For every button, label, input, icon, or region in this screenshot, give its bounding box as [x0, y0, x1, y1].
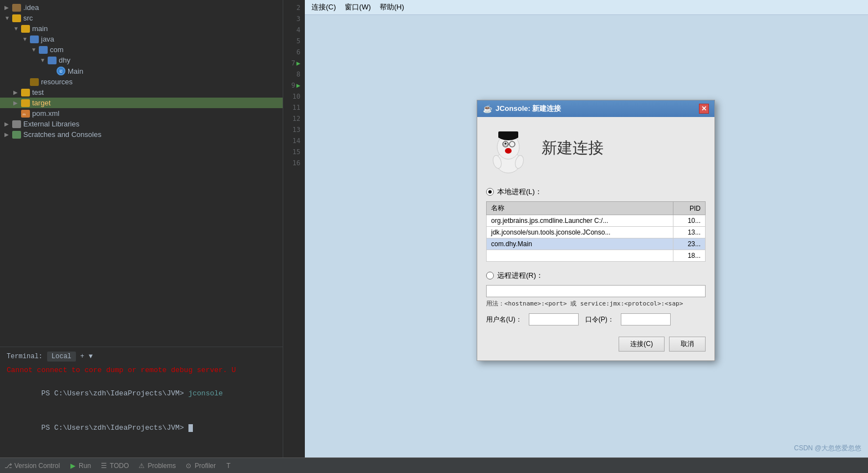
jconsole-dialog: ☕ JConsole: 新建连接 ✕ [477, 100, 715, 361]
cancel-button[interactable]: 取消 [669, 337, 706, 352]
tree-label-idea: .idea [23, 3, 39, 12]
line-5: 5 [283, 35, 300, 47]
terminal-icon: T [224, 462, 232, 470]
status-version-control[interactable]: ⎇ Version Control [4, 462, 60, 470]
arrow-resources [22, 79, 30, 85]
terminal-header: Terminal: Local + ▼ [7, 352, 276, 362]
status-bar: ⎇ Version Control ▶ Run ☰ TODO ⚠ Problem… [0, 457, 868, 473]
line-7: 7▶ [283, 58, 300, 69]
todo-icon: ☰ [100, 462, 108, 470]
menu-connect[interactable]: 连接(C) [312, 2, 336, 12]
table-row-2[interactable]: com.dhy.Main 23... [487, 238, 706, 250]
remote-process-radio[interactable] [486, 272, 494, 279]
connect-button[interactable]: 连接(C) [619, 337, 665, 352]
line-4: 4 [283, 24, 300, 35]
lib-icon-scratches [12, 131, 21, 139]
dialog-title-icon: ☕ [483, 104, 492, 113]
remote-process-radio-label[interactable]: 远程进程(R)： [486, 271, 706, 281]
folder-icon-idea [12, 4, 21, 12]
line-14: 14 [283, 135, 300, 146]
line-8: 8 [283, 69, 300, 80]
arrow-com: ▼ [31, 47, 39, 53]
jconsole-menubar: 连接(C) 窗口(W) 帮助(H) [305, 0, 868, 15]
local-process-radio[interactable] [486, 188, 494, 196]
col-name: 名称 [487, 202, 673, 215]
tree-item-test[interactable]: ▶ test [0, 87, 283, 98]
arrow-extlibs: ▶ [4, 121, 12, 127]
table-row-0[interactable]: org.jetbrains.jps.cmdline.Launcher C:/..… [487, 215, 706, 227]
tree-label-java: java [41, 35, 54, 43]
remote-process-section: 远程进程(R)： 用法：<hostname>:<port> 或 service:… [486, 271, 706, 325]
line-12: 12 [283, 113, 300, 124]
tree-label-com: com [50, 45, 64, 54]
dialog-close-button[interactable]: ✕ [699, 104, 709, 114]
status-vc-label: Version Control [14, 462, 60, 470]
table-row-1[interactable]: jdk.jconsole/sun.tools.jconsole.JConso..… [487, 227, 706, 238]
terminal-add-btn[interactable]: + [80, 353, 84, 360]
terminal-chevron-btn[interactable]: ▼ [89, 353, 93, 360]
row1-name: jdk.jconsole/sun.tools.jconsole.JConso..… [487, 227, 673, 238]
status-profiler-label: Profiler [195, 462, 216, 470]
arrow-java: ▼ [22, 36, 30, 42]
tree-item-java[interactable]: ▼ java [0, 34, 283, 44]
remote-process-input[interactable] [486, 285, 706, 297]
row1-pid: 13... [673, 227, 705, 238]
tree-label-Main: Main [68, 67, 83, 75]
line-15: 15 [283, 146, 300, 157]
tree-item-scratches[interactable]: ▶ Scratches and Consoles [0, 129, 283, 140]
terminal-line-1: Cannot connect to core dump or remote de… [7, 365, 276, 377]
tree-item-resources[interactable]: resources [0, 77, 283, 87]
local-process-label: 本地进程(L)： [497, 187, 542, 197]
terminal-prompt-2: PS C:\Users\zdh\IdeaProjects\JVM> [41, 389, 188, 398]
tree-item-main[interactable]: ▼ main [0, 23, 283, 34]
folder-icon-java [30, 35, 39, 43]
row2-pid: 23... [673, 238, 705, 250]
arrow-main: ▼ [13, 26, 21, 32]
status-problems-label: Problems [148, 462, 176, 470]
tree-item-dhy[interactable]: ▼ dhy [0, 55, 283, 65]
local-process-section: 本地进程(L)： 名称 PID org.jetbrains.jps. [486, 187, 706, 262]
tree-label-dhy: dhy [59, 56, 70, 64]
dialog-title-left: ☕ JConsole: 新建连接 [483, 104, 561, 114]
row2-name: com.dhy.Main [487, 238, 673, 250]
status-terminal[interactable]: T [224, 462, 232, 470]
status-run[interactable]: ▶ Run [69, 462, 91, 470]
tree-item-Main[interactable]: c Main [0, 65, 283, 77]
status-run-label: Run [79, 462, 91, 470]
menu-window[interactable]: 窗口(W) [345, 2, 371, 12]
username-input[interactable] [529, 313, 579, 325]
folder-icon-target [21, 99, 30, 107]
tree-item-target[interactable]: ▶ target [0, 98, 283, 108]
tree-item-idea[interactable]: ▶ .idea [0, 2, 283, 13]
tree-item-com[interactable]: ▼ com [0, 44, 283, 55]
credential-row: 用户名(U)： 口令(P)： [486, 313, 706, 325]
password-input[interactable] [621, 313, 671, 325]
tree-label-src: src [23, 14, 33, 22]
status-todo[interactable]: ☰ TODO [100, 462, 129, 470]
table-row-3[interactable]: 18... [487, 250, 706, 262]
terminal-local-tab[interactable]: Local [47, 352, 76, 362]
row3-name [487, 250, 673, 262]
tree-item-pomxml[interactable]: m pom.xml [0, 108, 283, 119]
folder-icon-main [21, 25, 30, 33]
menu-help[interactable]: 帮助(H) [380, 2, 404, 12]
tree-item-extlibs[interactable]: ▶ External Libraries [0, 119, 283, 129]
svg-point-7 [504, 143, 507, 145]
left-panel: ▶ .idea ▼ src ▼ main ▼ java [0, 0, 283, 457]
process-table: 名称 PID org.jetbrains.jps.cmdline.Launche… [486, 201, 706, 262]
local-process-radio-label[interactable]: 本地进程(L)： [486, 187, 706, 197]
tree-item-src[interactable]: ▼ src [0, 13, 283, 23]
terminal-cmd-2: jconsole [188, 389, 223, 398]
folder-icon-test [21, 89, 30, 96]
run-arrow-7: ▶ [297, 58, 300, 69]
lib-icon-extlibs [12, 120, 21, 128]
file-tree: ▶ .idea ▼ src ▼ main ▼ java [0, 0, 283, 347]
tree-label-main: main [32, 24, 48, 33]
dialog-header-area: 新建连接 [486, 126, 706, 176]
status-problems[interactable]: ⚠ Problems [138, 462, 176, 470]
password-label: 口令(P)： [585, 315, 614, 324]
tree-label-extlibs: External Libraries [23, 120, 79, 128]
status-profiler[interactable]: ⊙ Profiler [185, 462, 216, 470]
java-icon-Main: c [57, 67, 65, 75]
arrow-dhy: ▼ [40, 57, 48, 63]
